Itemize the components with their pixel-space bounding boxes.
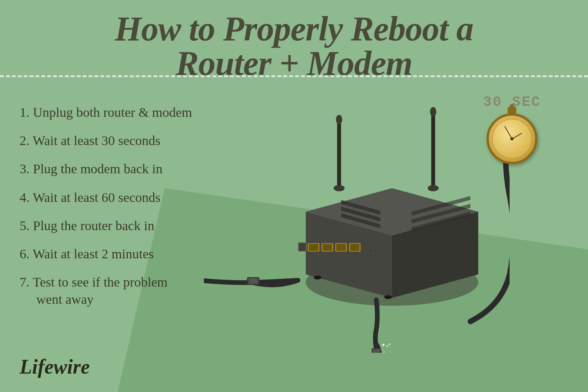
step-6-label: Wait at least 2 minutes: [33, 247, 154, 261]
step-2-text: 2.: [20, 133, 30, 148]
svg-point-28: [314, 276, 321, 279]
step-7-text: 7. Test to see if the problem went away: [20, 275, 168, 307]
stopwatch-crown: [508, 107, 516, 116]
svg-point-35: [387, 345, 388, 347]
router-illustration: [204, 78, 510, 353]
step-5-text: 5.: [20, 218, 30, 233]
svg-rect-16: [336, 244, 346, 251]
title-container: How to Properly Reboot a Router + Modem: [0, 12, 588, 81]
step-3-label: Plug the modem back in: [33, 162, 163, 176]
svg-rect-17: [350, 244, 359, 251]
step-6: 6. Wait at least 2 minutes: [20, 245, 208, 263]
title-line1: How to Properly Reboot a: [0, 12, 588, 46]
svg-point-29: [384, 295, 392, 299]
svg-point-21: [375, 249, 378, 252]
stopwatch-container: 30 SEC: [483, 94, 541, 164]
svg-rect-15: [323, 244, 332, 251]
svg-rect-22: [337, 118, 341, 188]
step-2: 2. Wait at least 30 seconds: [20, 132, 208, 149]
step-3-text: 3.: [20, 162, 30, 176]
step-3: 3. Plug the modem back in: [20, 160, 208, 178]
step-4-label: Wait at least 60 seconds: [33, 190, 160, 205]
svg-point-34: [382, 344, 385, 346]
svg-point-24: [334, 185, 345, 191]
svg-rect-14: [309, 244, 318, 251]
svg-point-27: [428, 185, 439, 191]
step-2-label: Wait at least 30 seconds: [33, 133, 160, 148]
step-4: 4. Wait at least 60 seconds: [20, 189, 208, 206]
svg-rect-19: [299, 243, 306, 251]
step-7: 7. Test to see if the problem went away: [20, 274, 208, 308]
step-5: 5. Plug the router back in: [20, 217, 208, 234]
router-svg: [204, 78, 510, 353]
title-line2: Router + Modem: [0, 46, 588, 81]
svg-rect-25: [431, 110, 435, 188]
step-1-text: 1.: [20, 105, 30, 120]
step-6-text: 6.: [20, 247, 30, 261]
lifewire-logo: Lifewire: [20, 355, 90, 378]
svg-point-36: [389, 343, 390, 345]
step-5-label: Plug the router back in: [33, 218, 154, 233]
svg-point-26: [430, 107, 436, 116]
svg-marker-33: [388, 349, 391, 353]
svg-rect-38: [249, 278, 258, 284]
step-1: 1. Unplug both router & modem: [20, 104, 208, 121]
step-4-text: 4.: [20, 190, 30, 205]
stopwatch-dial: [492, 119, 532, 159]
step-1-label: Unplug both router & modem: [33, 105, 192, 120]
svg-point-20: [369, 249, 372, 252]
steps-container: 1. Unplug both router & modem 2. Wait at…: [20, 104, 208, 309]
svg-point-23: [336, 115, 342, 124]
watch-center: [510, 137, 514, 140]
svg-rect-31: [373, 349, 380, 353]
stopwatch-face: [486, 113, 537, 164]
